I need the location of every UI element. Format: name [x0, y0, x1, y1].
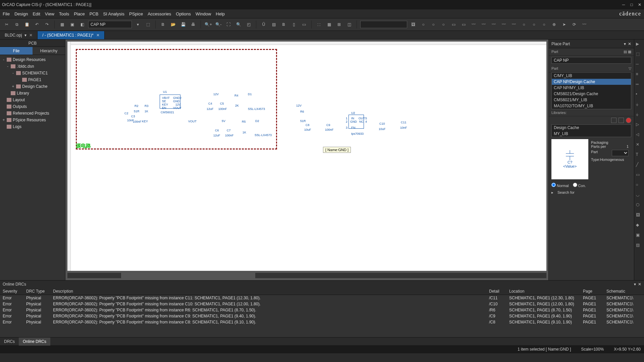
grid-icon[interactable]: ▦	[325, 20, 333, 28]
part-list-item[interactable]: MA10702/TO/MY_LIB	[552, 103, 631, 109]
menu-window[interactable]: Window	[196, 11, 211, 16]
pointer-icon[interactable]: ▶	[636, 42, 643, 48]
tool-icon[interactable]: ◫	[345, 20, 353, 28]
close-icon[interactable]: ✕	[96, 33, 100, 38]
text-icon[interactable]: T	[636, 152, 643, 159]
wave-icon[interactable]: 〰	[490, 20, 498, 28]
noconnect-icon[interactable]: ✕	[636, 142, 643, 149]
part-list-item[interactable]: C/MY_LIB	[552, 73, 631, 79]
scroll-thumb[interactable]	[121, 273, 255, 278]
menu-edit[interactable]: Edit	[33, 11, 40, 16]
tool-icon[interactable]: ▯	[290, 20, 298, 28]
menu-help[interactable]: Help	[216, 11, 225, 16]
part-list-item[interactable]: CMS6021/MY_LIB	[552, 97, 631, 103]
drc-col[interactable]: Severity	[0, 288, 23, 295]
library-list[interactable]: Design CacheMY_LIB	[551, 124, 631, 137]
tab-schematic[interactable]: / - (SCHEMATIC1 : PAGE1)* ✕	[38, 31, 104, 39]
port-icon[interactable]: ▷	[636, 122, 643, 129]
menu-place[interactable]: Place	[74, 11, 85, 16]
offpage-icon[interactable]: ◁	[636, 132, 643, 139]
drc-table[interactable]: SeverityDRC TypeDescriptionDetailLocatio…	[0, 288, 644, 325]
circle-icon[interactable]: ○	[530, 20, 538, 28]
drc-col[interactable]: Detail	[486, 288, 506, 295]
tab-project[interactable]: BLDC.opj ▾ ✕	[0, 31, 38, 39]
bus-icon[interactable]: ═	[636, 82, 643, 88]
wave-icon[interactable]: 〰	[500, 20, 508, 28]
menu-design[interactable]: Design	[14, 11, 28, 16]
drc-row[interactable]: ErrorPhysicalERROR(ORCAP-36002): Propert…	[0, 313, 644, 319]
place-part-icon[interactable]: ⬚	[144, 20, 152, 28]
power-icon[interactable]: ⏚	[636, 102, 643, 109]
menu-view[interactable]: View	[45, 11, 54, 16]
drc-col[interactable]: Description	[50, 288, 486, 295]
tool-icon[interactable]: ▣	[636, 233, 643, 239]
zoom-area-icon[interactable]: 🔍	[234, 20, 243, 28]
part-list[interactable]: C/MY_LIBCAP NP/Design CacheCAP NP/MY_LIB…	[551, 72, 631, 109]
refresh-icon[interactable]: ⟳	[570, 20, 578, 28]
circle-icon[interactable]: ○	[419, 20, 427, 28]
drc-row[interactable]: ErrorPhysicalERROR(ORCAP-36002): Propert…	[0, 295, 644, 301]
net-icon[interactable]: ≡	[636, 72, 643, 78]
arc-icon[interactable]: ◡	[636, 192, 643, 199]
schematic-canvas[interactable]: 源电路 [ Name:GND ] U1VBATGND2SEGNDKEY12VEN…	[67, 42, 546, 271]
zoom-out-icon[interactable]: 🔍-	[214, 20, 222, 28]
tool-icon[interactable]: ▤	[636, 243, 643, 249]
dropdown-icon[interactable]: ▾	[24, 33, 26, 38]
close-icon[interactable]: ✕	[638, 282, 641, 287]
drc-row[interactable]: ErrorPhysicalERROR(ORCAP-36002): Propert…	[0, 301, 644, 307]
lib-remove-icon[interactable]	[626, 118, 631, 123]
lib-add-icon[interactable]	[611, 118, 616, 123]
close-icon[interactable]: ✕	[29, 33, 33, 38]
menu-options[interactable]: Options	[176, 11, 191, 16]
rect-icon[interactable]: ▭	[449, 20, 458, 28]
part-select[interactable]	[612, 150, 629, 156]
grid2-icon[interactable]: ⊞	[335, 20, 343, 28]
annotate-icon[interactable]: Ū	[260, 20, 268, 28]
convert-radio[interactable]: Con.	[573, 183, 586, 188]
tree-node[interactable]: Library	[0, 90, 65, 97]
part-list-item[interactable]: CMS6021/Design Cache	[552, 91, 631, 97]
tool-icon[interactable]: ◆	[636, 223, 643, 229]
list-icon[interactable]: ▤	[624, 50, 627, 54]
menu-file[interactable]: File	[3, 11, 10, 16]
part-combobox[interactable]	[88, 21, 132, 28]
tree-node[interactable]: Outputs	[0, 103, 65, 110]
cut-icon[interactable]: ✂	[3, 20, 11, 28]
tree-node[interactable]: -SCHEMATIC1	[0, 70, 65, 76]
subtab-hierarchy[interactable]: Hierarchy	[33, 47, 65, 55]
wave-icon[interactable]: 〰	[580, 20, 588, 28]
tree-node[interactable]: PAGE1	[0, 76, 65, 83]
target-icon[interactable]: ⊕	[550, 20, 558, 28]
drc-row[interactable]: ErrorPhysicalERROR(ORCAP-36002): Propert…	[0, 319, 644, 325]
grid-icon[interactable]: ▦	[628, 50, 631, 54]
dropdown-icon[interactable]: ▾	[134, 20, 142, 28]
tree-node[interactable]: Referenced Projects	[0, 110, 65, 117]
image-icon[interactable]: 🖼	[409, 20, 417, 28]
drc-col[interactable]: DRC Type	[23, 288, 50, 295]
drc-col[interactable]: Location	[506, 288, 580, 295]
expand-icon[interactable]: ▸	[551, 190, 553, 195]
minimize-icon[interactable]: ─	[621, 2, 626, 7]
junction-icon[interactable]: •	[636, 92, 643, 99]
new-icon[interactable]: 🗎	[159, 20, 167, 28]
tree-node[interactable]: Logs	[0, 123, 65, 130]
circle-icon[interactable]: ○	[429, 20, 437, 28]
circle-icon[interactable]: ○	[439, 20, 447, 28]
dropdown-icon[interactable]: ▾	[624, 42, 626, 46]
rect-icon[interactable]: ▭	[460, 20, 468, 28]
tool-icon[interactable]: ▣	[68, 20, 76, 28]
dropdown-icon[interactable]: ▾	[634, 282, 636, 287]
drc-icon[interactable]: ▤	[270, 20, 278, 28]
circle-icon[interactable]: ○	[540, 20, 548, 28]
ellipse-icon[interactable]: ○	[636, 182, 643, 189]
tool-icon[interactable]: ▦	[58, 20, 66, 28]
picture-icon[interactable]: 🖼	[636, 213, 643, 219]
print-icon[interactable]: 🖶	[189, 20, 197, 28]
tree-node[interactable]: -.\bldc.dsn	[0, 63, 65, 70]
rect-icon[interactable]: ▭	[636, 172, 643, 179]
paste-icon[interactable]: 📋	[23, 20, 31, 28]
snap-icon[interactable]: ⸬	[315, 20, 323, 28]
ground-icon[interactable]: ⏚	[636, 112, 643, 119]
polyline-icon[interactable]: ⬡	[636, 202, 643, 209]
tree-node[interactable]: -Design Resources	[0, 56, 65, 63]
